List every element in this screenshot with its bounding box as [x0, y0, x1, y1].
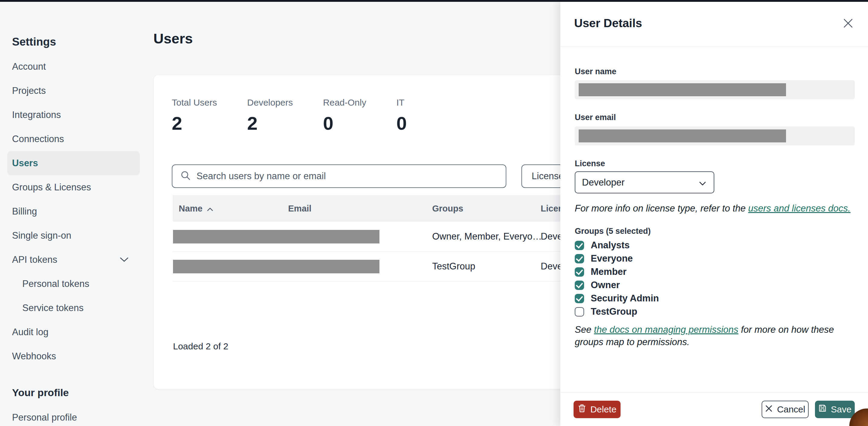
panel-header: User Details [560, 0, 868, 47]
redacted-name-email [173, 230, 432, 244]
search-icon [180, 170, 191, 182]
sidebar-nav: Account Projects Integrations Connection… [0, 55, 151, 368]
checkbox-everyone[interactable] [575, 254, 584, 263]
panel-title: User Details [574, 17, 642, 30]
save-icon [818, 404, 827, 415]
sidebar-item-audit-log[interactable]: Audit log [0, 320, 151, 344]
checkbox-testgroup[interactable] [575, 307, 584, 316]
settings-sidebar: Settings Account Projects Integrations C… [0, 2, 151, 426]
group-option-analysts: Analysts [575, 239, 855, 252]
license-select[interactable]: Developer [575, 171, 714, 193]
checkbox-member[interactable] [575, 267, 584, 277]
redacted-name-email [173, 260, 432, 273]
trash-icon [578, 404, 586, 415]
stat-developers: Developers 2 [247, 97, 293, 134]
search-input[interactable] [196, 171, 498, 181]
table-load-status: Loaded 2 of 2 [173, 341, 228, 351]
close-icon[interactable] [841, 17, 855, 30]
cancel-button[interactable]: Cancel [762, 401, 809, 418]
sidebar-section-title: Settings [12, 36, 56, 48]
user-stats: Total Users 2 Developers 2 Read-Only 0 I… [172, 97, 407, 134]
page-title: Users [153, 30, 193, 47]
user-email-field[interactable] [575, 126, 855, 145]
user-name-label: User name [575, 67, 616, 76]
user-email-label: User email [575, 113, 616, 122]
stat-total-users: Total Users 2 [172, 97, 217, 134]
redaction-bar [579, 130, 786, 142]
redaction-bar [173, 230, 379, 244]
cell-groups: Owner, Member, Everyo… [432, 231, 541, 242]
users-licenses-docs-link[interactable]: users and licenses docs. [748, 203, 850, 214]
sidebar-item-users[interactable]: Users [7, 151, 140, 175]
managing-permissions-docs-link[interactable]: the docs on managing permissions [594, 324, 738, 335]
sidebar-item-integrations[interactable]: Integrations [0, 103, 151, 127]
group-option-member: Member [575, 265, 855, 279]
chevron-down-icon [699, 177, 706, 188]
sidebar-item-billing[interactable]: Billing [0, 199, 151, 224]
groups-label: Groups (5 selected) [575, 227, 651, 236]
sidebar-item-connections[interactable]: Connections [0, 127, 151, 151]
save-button[interactable]: Save [815, 401, 855, 418]
chevron-down-icon [120, 257, 128, 262]
stat-read-only: Read-Only 0 [323, 97, 366, 134]
sidebar-item-projects[interactable]: Projects [0, 79, 151, 103]
sidebar-profile-section-title: Your profile [12, 387, 69, 399]
sidebar-item-single-sign-on[interactable]: Single sign-on [0, 224, 151, 248]
user-name-field[interactable] [575, 80, 855, 99]
checkbox-security-admin[interactable] [575, 294, 584, 303]
sidebar-item-service-tokens[interactable]: Service tokens [0, 296, 151, 320]
stat-it: IT 0 [396, 97, 407, 134]
column-header-email[interactable]: Email [288, 204, 432, 214]
sidebar-item-groups-licenses[interactable]: Groups & Licenses [0, 175, 151, 199]
sidebar-item-personal-profile[interactable]: Personal profile [12, 411, 77, 424]
cell-groups: TestGroup [432, 261, 541, 272]
user-search[interactable] [172, 164, 506, 188]
sort-ascending-icon [207, 204, 213, 214]
group-option-owner: Owner [575, 279, 855, 292]
redaction-bar [173, 260, 379, 273]
license-note: For more info on license type, refer to … [575, 202, 855, 215]
column-header-name[interactable]: Name [173, 204, 288, 214]
user-details-panel: User Details User name User email Licens… [560, 0, 868, 426]
top-window-bar [0, 0, 868, 2]
permissions-note: See the docs on managing permissions for… [575, 323, 855, 348]
group-option-testgroup: TestGroup [575, 305, 855, 318]
group-option-everyone: Everyone [575, 252, 855, 265]
checkbox-owner[interactable] [575, 281, 584, 290]
sidebar-item-webhooks[interactable]: Webhooks [0, 344, 151, 368]
groups-checkbox-list: Analysts Everyone Member Owner Security … [575, 239, 855, 318]
panel-footer: Delete Cancel Save [560, 392, 868, 426]
delete-button[interactable]: Delete [574, 401, 621, 418]
group-option-security-admin: Security Admin [575, 292, 855, 305]
sidebar-item-account[interactable]: Account [0, 55, 151, 79]
sidebar-item-personal-tokens[interactable]: Personal tokens [0, 272, 151, 296]
checkbox-analysts[interactable] [575, 241, 584, 250]
column-header-groups[interactable]: Groups [432, 204, 541, 214]
redaction-bar [579, 83, 786, 96]
sidebar-item-api-tokens[interactable]: API tokens [0, 248, 151, 272]
license-label: License [575, 159, 605, 168]
cancel-x-icon [765, 404, 773, 415]
